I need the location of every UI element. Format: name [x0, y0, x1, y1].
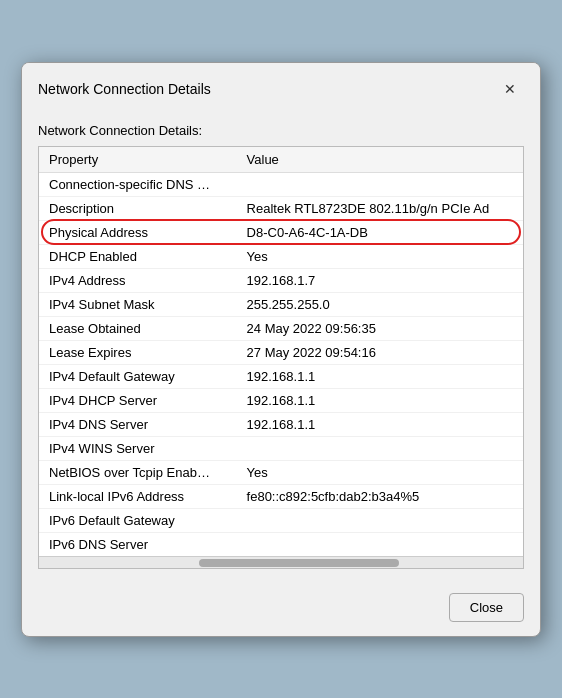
cell-property: IPv4 Address: [39, 268, 237, 292]
cell-property: IPv4 DHCP Server: [39, 388, 237, 412]
cell-property: Physical Address: [39, 220, 237, 244]
cell-value: [237, 508, 523, 532]
table-body: Connection-specific DNS …DescriptionReal…: [39, 172, 523, 556]
section-label: Network Connection Details:: [38, 123, 524, 138]
cell-property: Link-local IPv6 Address: [39, 484, 237, 508]
cell-value: 27 May 2022 09:54:16: [237, 340, 523, 364]
cell-property: Description: [39, 196, 237, 220]
details-table: Property Value Connection-specific DNS ……: [39, 147, 523, 556]
scrollbar-thumb[interactable]: [199, 559, 399, 567]
column-header-value: Value: [237, 147, 523, 173]
close-dialog-button[interactable]: Close: [449, 593, 524, 622]
title-bar: Network Connection Details ✕: [22, 63, 540, 113]
table-row: IPv4 DHCP Server192.168.1.1: [39, 388, 523, 412]
cell-value: D8-C0-A6-4C-1A-DB: [237, 220, 523, 244]
table-row: IPv4 Default Gateway192.168.1.1: [39, 364, 523, 388]
cell-value: Realtek RTL8723DE 802.11b/g/n PCIe Ad: [237, 196, 523, 220]
cell-value: 192.168.1.1: [237, 364, 523, 388]
cell-value: fe80::c892:5cfb:dab2:b3a4%5: [237, 484, 523, 508]
cell-property: Connection-specific DNS …: [39, 172, 237, 196]
table-row: DHCP EnabledYes: [39, 244, 523, 268]
cell-value: 192.168.1.7: [237, 268, 523, 292]
cell-property: IPv4 DNS Server: [39, 412, 237, 436]
table-row: IPv6 Default Gateway: [39, 508, 523, 532]
cell-property: DHCP Enabled: [39, 244, 237, 268]
cell-property: IPv4 WINS Server: [39, 436, 237, 460]
table-row: IPv4 Subnet Mask255.255.255.0: [39, 292, 523, 316]
cell-property: Lease Obtained: [39, 316, 237, 340]
column-header-property: Property: [39, 147, 237, 173]
cell-value: [237, 172, 523, 196]
cell-property: Lease Expires: [39, 340, 237, 364]
table-row: IPv4 DNS Server192.168.1.1: [39, 412, 523, 436]
scrollbar-track[interactable]: [39, 556, 523, 568]
cell-value: [237, 436, 523, 460]
cell-value: 192.168.1.1: [237, 388, 523, 412]
cell-property: NetBIOS over Tcpip Enab…: [39, 460, 237, 484]
cell-property: IPv4 Default Gateway: [39, 364, 237, 388]
cell-value: Yes: [237, 244, 523, 268]
cell-value: 24 May 2022 09:56:35: [237, 316, 523, 340]
table-row: IPv4 WINS Server: [39, 436, 523, 460]
table-row: DescriptionRealtek RTL8723DE 802.11b/g/n…: [39, 196, 523, 220]
table-row: Physical AddressD8-C0-A6-4C-1A-DB: [39, 220, 523, 244]
dialog-footer: Close: [22, 585, 540, 636]
cell-value: Yes: [237, 460, 523, 484]
table-row: Lease Obtained24 May 2022 09:56:35: [39, 316, 523, 340]
table-header-row: Property Value: [39, 147, 523, 173]
cell-value: 192.168.1.1: [237, 412, 523, 436]
table-row: NetBIOS over Tcpip Enab…Yes: [39, 460, 523, 484]
table-row: Lease Expires27 May 2022 09:54:16: [39, 340, 523, 364]
window-close-button[interactable]: ✕: [496, 75, 524, 103]
table-row: IPv6 DNS Server: [39, 532, 523, 556]
cell-property: IPv4 Subnet Mask: [39, 292, 237, 316]
network-connection-details-dialog: Network Connection Details ✕ Network Con…: [21, 62, 541, 637]
details-table-container: Property Value Connection-specific DNS ……: [38, 146, 524, 569]
table-row: IPv4 Address192.168.1.7: [39, 268, 523, 292]
cell-value: [237, 532, 523, 556]
cell-value: 255.255.255.0: [237, 292, 523, 316]
cell-property: IPv6 Default Gateway: [39, 508, 237, 532]
dialog-body: Network Connection Details: Property Val…: [22, 113, 540, 585]
cell-property: IPv6 DNS Server: [39, 532, 237, 556]
table-row: Connection-specific DNS …: [39, 172, 523, 196]
dialog-title: Network Connection Details: [38, 81, 211, 97]
table-row: Link-local IPv6 Addressfe80::c892:5cfb:d…: [39, 484, 523, 508]
